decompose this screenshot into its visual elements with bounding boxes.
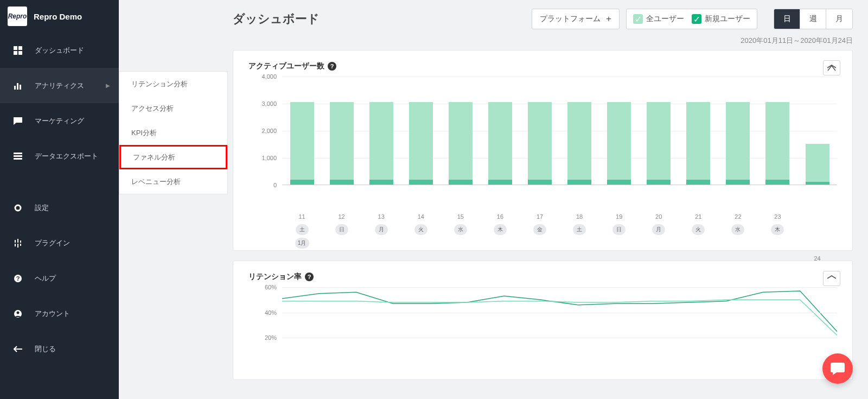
svg-rect-16 <box>17 244 18 248</box>
submenu-item-retention[interactable]: リテンション分析 <box>119 72 227 96</box>
card-title: リテンション率 <box>248 272 302 282</box>
svg-rect-7 <box>14 153 22 154</box>
page-title: ダッシュボード <box>233 11 320 27</box>
bar-slot[interactable]: 11土1月 <box>282 102 322 185</box>
dashboard-icon <box>13 46 23 55</box>
svg-rect-8 <box>14 155 22 157</box>
svg-point-11 <box>17 207 19 209</box>
sidebar-item-label: アカウント <box>35 309 70 319</box>
user-filter-group: ✓ 全ユーザー ✓ 新規ユーザー <box>626 9 757 29</box>
line-chart: 20%40%60% <box>255 287 837 363</box>
bar-slot[interactable]: 22水 <box>718 102 758 185</box>
help-icon[interactable]: ? <box>328 62 336 71</box>
period-week[interactable]: 週 <box>800 9 826 29</box>
date-range: 2020年01月11日～2020年01月24日 <box>233 36 853 46</box>
submenu-item-kpi[interactable]: KPI分析 <box>119 121 227 145</box>
sidebar-item-label: マーケティング <box>35 116 84 126</box>
bar-slot[interactable]: 24金 <box>797 144 837 185</box>
svg-rect-14 <box>20 240 21 243</box>
svg-rect-2 <box>14 51 17 55</box>
submenu-item-funnel[interactable]: ファネル分析 <box>119 145 227 169</box>
share-button[interactable] <box>823 271 840 286</box>
arrow-left-icon <box>13 346 23 352</box>
bar-slot[interactable]: 18土 <box>560 102 599 185</box>
sidebar-item-label: ダッシュボード <box>35 46 84 55</box>
sidebar-item-label: データエクスポート <box>35 151 98 161</box>
plus-icon: + <box>606 14 611 24</box>
sidebar-item-account[interactable]: アカウント <box>0 296 119 331</box>
svg-rect-13 <box>17 239 18 243</box>
active-users-card: アクティブユーザー数 ? 01,0002,0003,0004,000 11土1月… <box>233 50 853 251</box>
account-icon <box>13 309 23 318</box>
svg-point-21 <box>17 311 20 314</box>
checkbox-new-users[interactable]: ✓ <box>692 14 701 24</box>
export-icon <box>13 153 23 160</box>
svg-rect-6 <box>20 85 21 90</box>
bar-chart: 01,0002,0003,0004,000 11土1月12日13月14火15水1… <box>255 77 837 212</box>
svg-rect-12 <box>15 240 16 243</box>
sidebar-item-label: 閉じる <box>35 344 56 354</box>
filter-new-label: 新規ユーザー <box>705 14 750 24</box>
sidebar-item-analytics[interactable]: アナリティクス ▶ <box>0 68 119 103</box>
sidebar-item-settings[interactable]: 設定 <box>0 190 119 225</box>
analytics-icon <box>13 81 23 90</box>
gear-icon <box>13 204 23 212</box>
period-day[interactable]: 日 <box>774 9 800 29</box>
period-month[interactable]: 月 <box>826 9 852 29</box>
app-logo: Repro <box>8 7 27 26</box>
filter-all-label: 全ユーザー <box>646 14 684 24</box>
help-icon: ? <box>13 274 23 283</box>
bar-slot[interactable]: 19日 <box>599 102 639 185</box>
svg-rect-3 <box>18 51 22 55</box>
submenu-item-access[interactable]: アクセス分析 <box>119 96 227 121</box>
svg-text:?: ? <box>16 275 20 282</box>
message-icon <box>13 117 23 125</box>
sidebar-item-plugin[interactable]: プラグイン <box>0 225 119 261</box>
sidebar-item-close[interactable]: 閉じる <box>0 331 119 366</box>
app-title: Repro Demo <box>34 12 82 21</box>
chat-fab[interactable] <box>822 353 853 384</box>
sidebar-item-marketing[interactable]: マーケティング <box>0 103 119 138</box>
sidebar-item-label: アナリティクス <box>35 81 84 91</box>
svg-rect-0 <box>14 46 17 50</box>
sidebar-item-label: ヘルプ <box>35 274 56 283</box>
card-title: アクティブユーザー数 <box>248 61 324 71</box>
bar-slot[interactable]: 15水 <box>441 102 480 185</box>
bar-slot[interactable]: 23木 <box>758 102 797 185</box>
sidebar-item-export[interactable]: データエクスポート <box>0 138 119 174</box>
plugin-icon <box>13 239 23 248</box>
platform-button[interactable]: プラットフォーム + <box>532 9 620 29</box>
analytics-submenu: リテンション分析 アクセス分析 KPI分析 ファネル分析 レベニュー分析 <box>119 71 228 194</box>
svg-rect-1 <box>18 46 22 50</box>
svg-rect-5 <box>17 83 18 90</box>
platform-label: プラットフォーム <box>540 14 601 24</box>
retention-card: リテンション率 ? 20%40%60% <box>233 261 853 380</box>
svg-rect-9 <box>14 158 22 160</box>
sidebar-item-dashboard[interactable]: ダッシュボード <box>0 33 119 68</box>
bar-slot[interactable]: 20月 <box>639 102 679 185</box>
bar-slot[interactable]: 21火 <box>679 102 718 185</box>
svg-rect-4 <box>14 86 16 90</box>
chevron-right-icon: ▶ <box>106 83 110 88</box>
svg-rect-17 <box>20 244 21 246</box>
bar-slot[interactable]: 16木 <box>480 102 520 185</box>
bar-slot[interactable]: 12日 <box>322 102 361 185</box>
bar-slot[interactable]: 14火 <box>401 102 441 185</box>
help-icon[interactable]: ? <box>305 273 314 281</box>
page-header: ダッシュボード プラットフォーム + ✓ 全ユーザー ✓ 新規ユーザー 日 週 … <box>233 0 853 38</box>
sidebar: Repro Repro Demo ダッシュボード アナリティクス ▶ マーケティ… <box>0 0 119 399</box>
sidebar-item-label: プラグイン <box>35 238 70 248</box>
checkbox-all-users[interactable]: ✓ <box>633 14 643 24</box>
sidebar-item-help[interactable]: ? ヘルプ <box>0 261 119 296</box>
period-toggle: 日 週 月 <box>774 9 853 29</box>
svg-rect-15 <box>15 244 16 246</box>
sidebar-item-label: 設定 <box>35 203 49 213</box>
submenu-item-revenue[interactable]: レベニュー分析 <box>119 169 227 194</box>
share-button[interactable] <box>823 60 840 75</box>
main-content: ダッシュボード プラットフォーム + ✓ 全ユーザー ✓ 新規ユーザー 日 週 … <box>119 0 868 399</box>
bar-slot[interactable]: 17金 <box>520 102 559 185</box>
sidebar-header: Repro Repro Demo <box>0 0 119 33</box>
bar-slot[interactable]: 13月 <box>361 102 401 185</box>
